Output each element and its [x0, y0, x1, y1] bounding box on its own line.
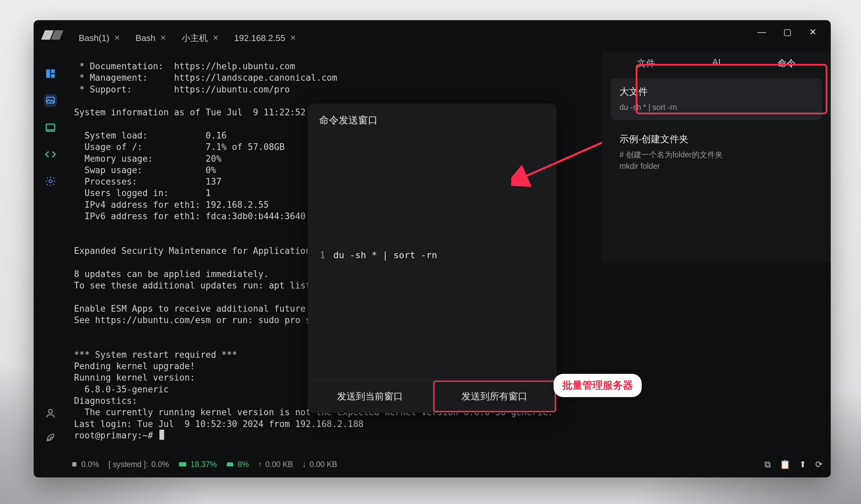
panel-icon[interactable]	[44, 67, 57, 80]
command-item-mkdir[interactable]: 示例-创建文件夹 # 创建一个名为folder的文件夹 mkdir folder	[611, 126, 822, 179]
svg-rect-4	[46, 124, 55, 130]
sidebar-tabs: 文件 AI 命令	[602, 51, 831, 79]
sidebar-tab-command[interactable]: 命令	[771, 55, 803, 72]
terminal-cursor	[160, 430, 164, 440]
svg-rect-8	[72, 462, 77, 467]
command-item-bigfile[interactable]: 大文件 du -sh * | sort -rn	[611, 79, 822, 120]
tab-bar: Bash(1) ✕ Bash ✕ 小主机 ✕ 192.168.2.55 ✕	[74, 26, 301, 50]
rocket-icon[interactable]	[44, 431, 57, 444]
status-right-icons: ⧉ 📋 ⬆ ⟳	[764, 459, 823, 470]
svg-point-6	[49, 409, 52, 413]
minimize-button[interactable]: —	[757, 28, 767, 36]
svg-rect-2	[51, 74, 54, 78]
tab-ip[interactable]: 192.168.2.55 ✕	[229, 30, 301, 47]
send-all-button[interactable]: 发送到所有窗口	[433, 380, 557, 413]
close-button[interactable]: ✕	[808, 28, 818, 36]
settings-icon[interactable]	[44, 175, 57, 187]
status-process: [ systemd ]: 0.0%	[108, 460, 169, 469]
tab-label: Bash(1)	[79, 33, 109, 43]
command-send-popup: 命令发送窗口 1 du -sh * | sort -rn 发送到当前窗口 发送到…	[308, 103, 557, 413]
terminal-app-window: — ▢ ✕ Bash(1) ✕ Bash ✕ 小主机 ✕ 192.168.2.5…	[33, 20, 831, 477]
arrow-up-icon: ↑	[258, 460, 262, 469]
popup-title: 命令发送窗口	[308, 103, 557, 130]
command-subtitle: # 创建一个名为folder的文件夹 mkdir folder	[619, 149, 813, 172]
popup-buttons: 发送到当前窗口 发送到所有窗口	[308, 380, 557, 413]
app-logo	[43, 30, 62, 40]
sidebar-rail	[33, 54, 67, 454]
close-tab-icon[interactable]: ✕	[290, 33, 296, 42]
paste-icon[interactable]: 📋	[780, 459, 790, 470]
upload-icon[interactable]: ⬆	[799, 459, 807, 470]
annotation-callout: 批量管理服务器	[554, 374, 642, 397]
command-title: 示例-创建文件夹	[619, 133, 813, 145]
popup-code-area[interactable]: 1 du -sh * | sort -rn	[308, 130, 557, 380]
status-net-down: ↓ 0.00 KB	[302, 460, 337, 469]
sidebar-tab-file[interactable]: 文件	[630, 55, 662, 72]
command-title: 大文件	[619, 85, 813, 98]
status-cpu: 0.0%	[71, 460, 99, 469]
code-icon[interactable]	[44, 148, 57, 161]
status-net-up: ↑ 0.00 KB	[258, 460, 293, 469]
close-tab-icon[interactable]: ✕	[114, 33, 120, 42]
line-number: 1	[316, 250, 325, 260]
tab-label: 小主机	[182, 32, 208, 44]
command-sidebar: 文件 AI 命令 大文件 du -sh * | sort -rn 示例-创建文件…	[602, 51, 831, 263]
svg-rect-9	[179, 462, 187, 467]
sidebar-tab-ai[interactable]: AI	[705, 55, 727, 72]
command-subtitle: du -sh * | sort -rn	[619, 101, 813, 113]
tab-label: 192.168.2.55	[234, 33, 285, 43]
send-current-button[interactable]: 发送到当前窗口	[308, 380, 432, 413]
laptop-icon[interactable]	[44, 121, 57, 134]
arrow-down-icon: ↓	[302, 460, 306, 469]
tab-host[interactable]: 小主机 ✕	[177, 29, 223, 47]
refresh-icon[interactable]: ⟳	[815, 459, 823, 470]
image-icon[interactable]	[44, 94, 57, 107]
tab-label: Bash	[136, 33, 155, 43]
status-bar: 0.0% [ systemd ]: 0.0% 18.37% 8% ↑ 0.00 …	[71, 456, 823, 473]
svg-rect-0	[46, 69, 50, 78]
user-icon[interactable]	[44, 407, 57, 420]
copy-icon[interactable]: ⧉	[764, 459, 771, 470]
maximize-button[interactable]: ▢	[782, 28, 792, 36]
svg-rect-1	[51, 69, 54, 73]
window-controls: — ▢ ✕	[744, 20, 831, 44]
tab-bash[interactable]: Bash ✕	[131, 30, 171, 47]
popup-code: du -sh * | sort -rn	[333, 250, 437, 260]
svg-point-5	[49, 180, 52, 183]
close-tab-icon[interactable]: ✕	[160, 33, 166, 42]
status-disk: 8%	[226, 460, 248, 469]
status-memory: 18.37%	[178, 460, 217, 469]
tab-bash-1[interactable]: Bash(1) ✕	[74, 30, 125, 47]
close-tab-icon[interactable]: ✕	[213, 33, 219, 42]
